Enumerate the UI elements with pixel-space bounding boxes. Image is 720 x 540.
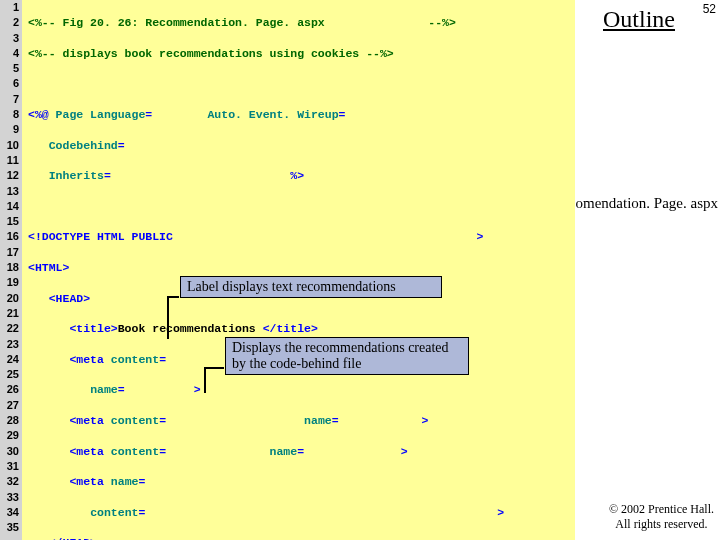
- line-number: 20: [0, 291, 19, 306]
- code-line: content= >: [28, 505, 575, 520]
- line-number: 1: [0, 0, 19, 15]
- line-number: 19: [0, 275, 19, 290]
- callout-label: Label displays text recommendations: [180, 276, 442, 298]
- code-line: [28, 199, 575, 214]
- line-number: 17: [0, 245, 19, 260]
- code-line: <meta content= name= >: [28, 444, 575, 459]
- line-number: 11: [0, 153, 19, 168]
- line-number: 2: [0, 15, 19, 30]
- line-number: 29: [0, 428, 19, 443]
- line-number: 6: [0, 76, 19, 91]
- code-line: <meta content= name= >: [28, 413, 575, 428]
- callout-listbox: Displays the recommendations created by …: [225, 337, 469, 375]
- code-line: <%-- Fig 20. 26: Recommendation. Page. a…: [28, 15, 575, 30]
- code-line: </HEAD>: [28, 535, 575, 540]
- line-number: 25: [0, 367, 19, 382]
- slide-number: 52: [703, 2, 716, 16]
- line-number-gutter: 1234567891011121314151617181920212223242…: [0, 0, 22, 540]
- line-number: 21: [0, 306, 19, 321]
- line-number: 8: [0, 107, 19, 122]
- line-number: 7: [0, 92, 19, 107]
- line-number: 13: [0, 184, 19, 199]
- line-number: 23: [0, 337, 19, 352]
- line-number: 14: [0, 199, 19, 214]
- line-number: 24: [0, 352, 19, 367]
- code-line: Codebehind=: [28, 138, 575, 153]
- code-body: <%-- Fig 20. 26: Recommendation. Page. a…: [22, 0, 575, 540]
- line-number: 18: [0, 260, 19, 275]
- line-number: 33: [0, 490, 19, 505]
- slide: ▲ ▼ Outline 52 Recomendation. Page. aspx…: [0, 0, 720, 540]
- copyright: © 2002 Prentice Hall. All rights reserve…: [609, 502, 714, 532]
- line-number: 34: [0, 505, 19, 520]
- line-number: 16: [0, 229, 19, 244]
- line-number: 10: [0, 138, 19, 153]
- copyright-line2: All rights reserved.: [615, 517, 707, 531]
- line-number: 3: [0, 31, 19, 46]
- line-number: 35: [0, 520, 19, 535]
- code-line: <meta name=: [28, 474, 575, 489]
- line-number: 22: [0, 321, 19, 336]
- code-line: [28, 76, 575, 91]
- file-label: Recomendation. Page. aspx: [552, 195, 718, 212]
- code-line: Inherits= %>: [28, 168, 575, 183]
- copyright-line1: © 2002 Prentice Hall.: [609, 502, 714, 516]
- connector-line: [167, 296, 179, 298]
- code-line: <title>Book recommendations </title>: [28, 321, 575, 336]
- code-line: <HTML>: [28, 260, 575, 275]
- line-number: 9: [0, 122, 19, 137]
- line-number: 32: [0, 474, 19, 489]
- code-line: <!DOCTYPE HTML PUBLIC >: [28, 229, 575, 244]
- code-line: name= >: [28, 382, 575, 397]
- connector-line: [204, 367, 224, 369]
- line-number: 26: [0, 382, 19, 397]
- line-number: 4: [0, 46, 19, 61]
- outline-heading: Outline: [603, 6, 675, 33]
- line-number: 12: [0, 168, 19, 183]
- connector-line: [204, 367, 206, 393]
- code-pane: 1234567891011121314151617181920212223242…: [0, 0, 575, 540]
- code-line: <%-- displays book recommendations using…: [28, 46, 575, 61]
- connector-line: [167, 296, 169, 339]
- line-number: 5: [0, 61, 19, 76]
- line-number: 28: [0, 413, 19, 428]
- code-line: <%@ Page Language= Auto. Event. Wireup=: [28, 107, 575, 122]
- line-number: 15: [0, 214, 19, 229]
- line-number: 27: [0, 398, 19, 413]
- line-number: 30: [0, 444, 19, 459]
- line-number: 31: [0, 459, 19, 474]
